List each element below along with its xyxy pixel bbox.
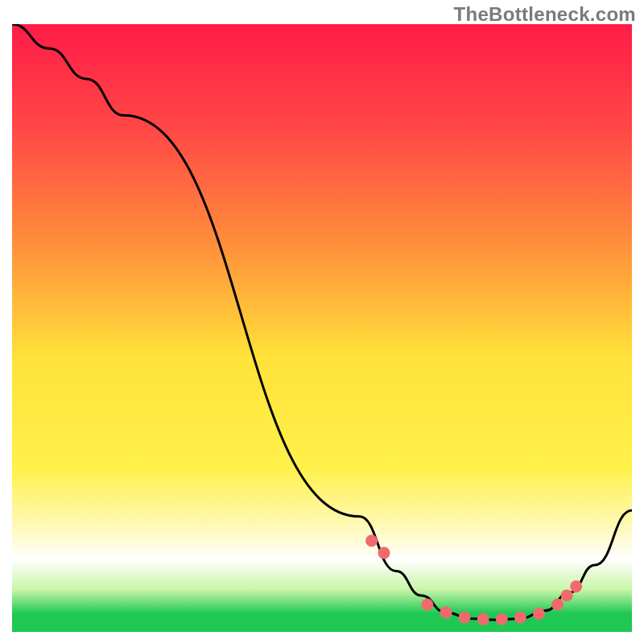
gradient-bg (12, 24, 632, 632)
watermark: TheBottleneck.com (454, 3, 636, 26)
chart-svg (12, 24, 632, 632)
data-dot (440, 606, 452, 618)
data-dot (551, 599, 564, 611)
data-dot (421, 599, 433, 611)
chart-area (12, 24, 632, 632)
data-dot (365, 535, 378, 547)
data-dot (561, 589, 573, 601)
data-dot (378, 547, 390, 559)
data-dot (570, 580, 582, 592)
data-dot (533, 608, 545, 620)
data-dot (459, 611, 471, 623)
data-dot (496, 613, 508, 625)
data-dot (477, 613, 489, 625)
data-dot (514, 611, 526, 623)
